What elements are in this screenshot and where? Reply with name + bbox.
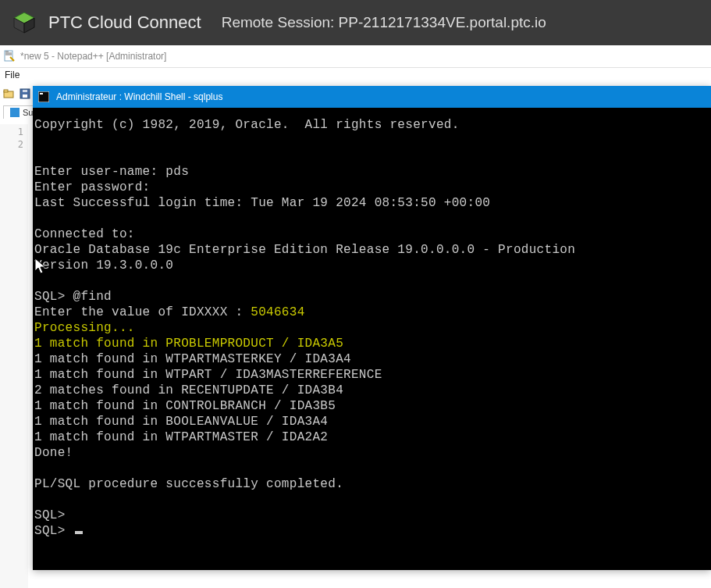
terminal-line: PL/SQL procedure successfully completed. [34,476,706,492]
line-number: 2 [0,138,23,151]
terminal-line: SQL> [34,508,706,523]
menu-file[interactable]: File [5,69,20,80]
document-icon [3,50,16,62]
svg-rect-3 [5,51,12,61]
remote-session-label: Remote Session: PP-2112171334VE.portal.p… [222,14,546,31]
notepadpp-menu[interactable]: File [0,68,711,85]
terminal-icon [37,91,50,103]
tab-label: Su [23,108,33,117]
tab-file-icon [10,108,20,117]
terminal-line: 2 matches found in RECENTUPDATE / IDA3B4 [34,383,706,398]
notepadpp-titlebar[interactable]: *new 5 - Notepad++ [Administrator] [0,45,711,68]
notepadpp-window-title: *new 5 - Notepad++ [Administrator] [20,51,166,62]
terminal-body[interactable]: Copyright (c) 1982, 2019, Oracle. All ri… [33,108,711,570]
terminal-line [34,133,706,148]
svg-point-4 [12,59,14,61]
svg-rect-9 [23,90,27,92]
terminal-line: Enter user-name: pds [34,164,706,180]
svg-rect-8 [23,94,27,98]
ptc-header: PTC Cloud Connect Remote Session: PP-211… [0,0,711,45]
svg-rect-6 [4,90,8,92]
terminal-line [34,273,706,289]
terminal-line: Last Successful login time: Tue Mar 19 2… [34,195,706,211]
terminal-line: Enter the value of IDXXXX : 5046634 [34,305,706,320]
terminal-line: 1 match found in WTPARTMASTER / IDA2A2 [34,429,706,445]
cursor [75,531,83,534]
terminal-line: SQL> [34,523,706,539]
save-icon[interactable] [19,87,31,100]
terminal-line: Processing... [34,320,706,336]
terminal-line [34,461,706,476]
open-icon[interactable] [3,87,16,100]
terminal-line [34,148,706,164]
terminal-line: 1 match found in WTPARTMASTERKEY / IDA3A… [34,351,706,367]
terminal-line: 1 match found in PROBLEMPRODUCT / IDA3A5 [34,336,706,351]
terminal-line: Enter password: [34,180,706,195]
terminal-line: SQL> @find [34,289,706,305]
ptc-logo-icon [11,9,37,36]
terminal-line [34,211,706,226]
terminal-title: Administrateur : Windchill Shell - sqlpl… [56,91,222,102]
terminal-titlebar[interactable]: Administrateur : Windchill Shell - sqlpl… [33,86,711,108]
terminal-window[interactable]: Administrateur : Windchill Shell - sqlpl… [33,86,711,570]
line-number: 1 [0,126,23,138]
terminal-line: 1 match found in BOOLEANVALUE / IDA3A4 [34,414,706,429]
terminal-line: Oracle Database 19c Enterprise Edition R… [34,242,706,258]
ptc-title: PTC Cloud Connect [48,12,201,33]
line-gutter: 1 2 [0,124,28,588]
terminal-line [34,492,706,508]
terminal-line: Done! [34,445,706,461]
terminal-line: 1 match found in CONTROLBRANCH / IDA3B5 [34,398,706,414]
terminal-line: Copyright (c) 1982, 2019, Oracle. All ri… [34,117,706,133]
svg-rect-11 [40,93,43,94]
terminal-line: Version 19.3.0.0.0 [34,258,706,273]
terminal-line: Connected to: [34,226,706,242]
terminal-line: 1 match found in WTPART / IDA3MASTERREFE… [34,367,706,383]
